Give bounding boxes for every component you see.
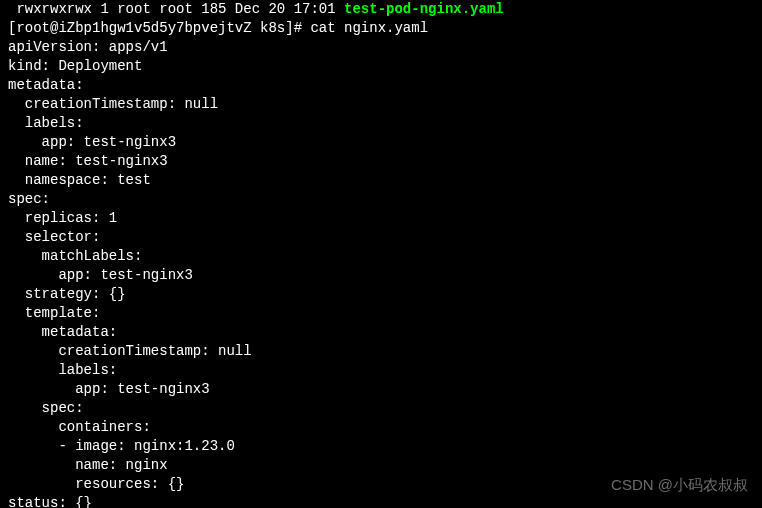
yaml-line: replicas: 1 [8, 209, 754, 228]
file-name: test-pod-nginx.yaml [344, 1, 504, 17]
watermark: CSDN @小码农叔叔 [611, 475, 748, 494]
yaml-line: creationTimestamp: null [8, 95, 754, 114]
yaml-line: template: [8, 304, 754, 323]
ls-line: rwxrwxrwx 1 root root 185 Dec 20 17:01 t… [8, 0, 754, 19]
yaml-line: spec: [8, 190, 754, 209]
yaml-line: name: nginx [8, 456, 754, 475]
yaml-line: kind: Deployment [8, 57, 754, 76]
yaml-line: app: test-nginx3 [8, 133, 754, 152]
file-perms: rwxrwxrwx 1 root root 185 Dec 20 17:01 [8, 1, 344, 17]
yaml-line: name: test-nginx3 [8, 152, 754, 171]
yaml-line: app: test-nginx3 [8, 266, 754, 285]
yaml-line: containers: [8, 418, 754, 437]
prompt-cat: [root@iZbp1hgw1v5d5y7bpvejtvZ k8s]# cat … [8, 19, 754, 38]
yaml-line: apiVersion: apps/v1 [8, 38, 754, 57]
yaml-line: matchLabels: [8, 247, 754, 266]
yaml-line: namespace: test [8, 171, 754, 190]
yaml-line: metadata: [8, 323, 754, 342]
terminal-output[interactable]: rwxrwxrwx 1 root root 185 Dec 20 17:01 t… [8, 0, 754, 508]
yaml-line: labels: [8, 361, 754, 380]
yaml-line: - image: nginx:1.23.0 [8, 437, 754, 456]
yaml-line: spec: [8, 399, 754, 418]
yaml-line: labels: [8, 114, 754, 133]
yaml-line: metadata: [8, 76, 754, 95]
yaml-line: strategy: {} [8, 285, 754, 304]
yaml-line: status: {} [8, 494, 754, 508]
yaml-line: app: test-nginx3 [8, 380, 754, 399]
yaml-line: selector: [8, 228, 754, 247]
yaml-line: creationTimestamp: null [8, 342, 754, 361]
